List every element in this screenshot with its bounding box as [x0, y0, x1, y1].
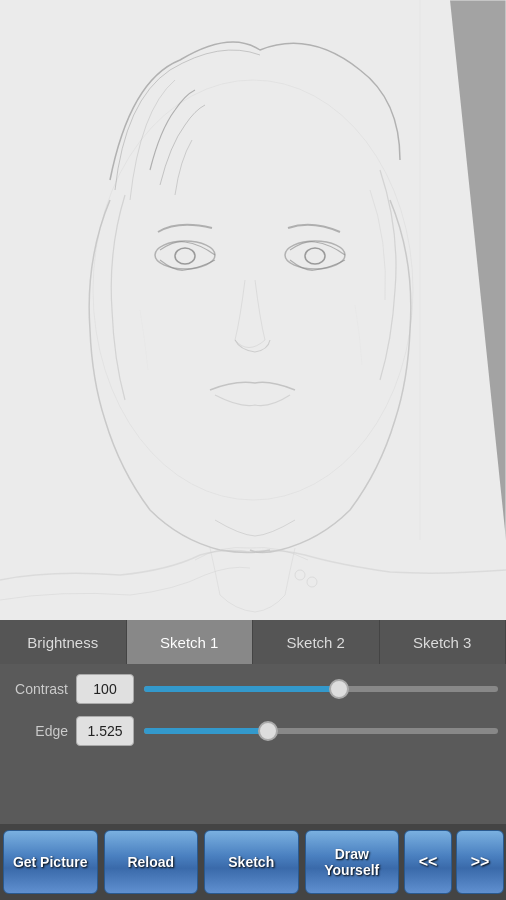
tab-sketch2[interactable]: Sketch 2 — [253, 620, 380, 664]
sketch-image-area — [0, 0, 506, 620]
controls-area: Contrast 100 Edge 1.525 — [0, 664, 506, 824]
svg-rect-1 — [0, 0, 506, 620]
contrast-slider[interactable] — [144, 674, 498, 704]
next-button[interactable]: >> — [456, 830, 504, 894]
edge-value: 1.525 — [76, 716, 134, 746]
edge-label: Edge — [8, 723, 68, 739]
reload-button[interactable]: Reload — [104, 830, 199, 894]
edge-row: Edge 1.525 — [8, 716, 498, 746]
contrast-row: Contrast 100 — [8, 674, 498, 704]
bottom-buttons: Get Picture Reload Sketch Draw Yourself … — [0, 824, 506, 900]
contrast-label: Contrast — [8, 681, 68, 697]
draw-yourself-button[interactable]: Draw Yourself — [305, 830, 400, 894]
tab-brightness[interactable]: Brightness — [0, 620, 127, 664]
contrast-value: 100 — [76, 674, 134, 704]
tab-sketch1[interactable]: Sketch 1 — [127, 620, 254, 664]
tab-sketch3[interactable]: Sketch 3 — [380, 620, 507, 664]
prev-button[interactable]: << — [404, 830, 452, 894]
get-picture-button[interactable]: Get Picture — [3, 830, 98, 894]
tabs-bar: Brightness Sketch 1 Sketch 2 Sketch 3 — [0, 620, 506, 664]
edge-slider[interactable] — [144, 716, 498, 746]
sketch-button[interactable]: Sketch — [204, 830, 299, 894]
